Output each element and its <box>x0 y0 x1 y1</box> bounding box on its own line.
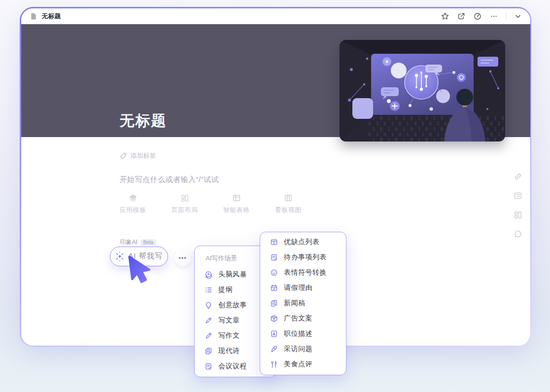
ai-writing-menu-more: 优缺点列表 待办事项列表 表情符号转换 请假理由 新闻稿 <box>260 232 346 375</box>
menu-item-leave-excuse[interactable]: 请假理由 <box>260 280 346 295</box>
share-icon[interactable] <box>457 12 466 21</box>
doc-a-icon <box>270 330 278 338</box>
ai-write-label: AI 帮我写 <box>128 251 162 261</box>
microphone-icon <box>270 345 278 353</box>
header-illustration: 1 0 1 0 1 0 1 0 1 0 1 0 1 0 1 0 1 0 1 0 … <box>340 40 505 142</box>
kanban-icon <box>284 194 293 203</box>
bubble-right <box>478 57 498 67</box>
collapse-icon[interactable] <box>514 12 522 21</box>
calendar-icon <box>270 284 278 292</box>
smiley-icon <box>270 269 278 277</box>
template-layout-button[interactable]: 页面布局 <box>165 194 205 214</box>
ai-brand-row: 印象AI Beta <box>120 238 157 247</box>
note-title[interactable]: 无标题 <box>120 111 167 131</box>
template-kanban-button[interactable]: 看板视图 <box>269 194 308 214</box>
editor-placeholder[interactable]: 开始写点什么或者输入“/”试试 <box>120 175 219 184</box>
doc-pen-icon <box>270 253 278 261</box>
list-icon <box>205 286 212 294</box>
menu-item-todo-list[interactable]: 待办事项列表 <box>260 249 346 265</box>
template-apply-button[interactable]: 应用模板 <box>113 194 153 214</box>
menu-item-pros-cons[interactable]: 优缺点列表 <box>260 234 346 249</box>
ai-more-button[interactable]: ••• <box>174 249 191 266</box>
ai-write-button[interactable]: AI 帮我写 <box>110 247 168 266</box>
menu-item-ad-copy[interactable]: 广告文案 <box>260 311 346 326</box>
bulb-icon <box>205 301 212 309</box>
binary-row: 1 0 1 0 1 0 1 0 1 0 1 0 1 0 1 0 1 0 1 0 … <box>372 126 505 132</box>
pen-icon <box>205 317 212 324</box>
template-table-button[interactable]: 智能表格 <box>217 194 256 214</box>
star-icon[interactable] <box>441 12 449 21</box>
copy-docs-icon <box>270 299 278 307</box>
menu-item-emoji-convert[interactable]: 表情符号转换 <box>260 265 346 280</box>
pen-icon <box>205 332 212 340</box>
tag-icon <box>119 152 127 160</box>
copy-docs-icon <box>205 347 212 355</box>
binary-row: 0 1 0 1 0 1 0 1 0 1 0 1 0 1 0 1 0 1 0 1 … <box>368 121 505 126</box>
brainstorm-icon <box>205 271 212 279</box>
history-icon[interactable] <box>473 12 482 21</box>
ai-brand-label: 印象AI <box>120 238 138 247</box>
pros-cons-icon <box>270 238 278 246</box>
canvas: 无标题 <box>0 0 550 392</box>
topbar-divider <box>506 12 506 20</box>
more-icon[interactable] <box>489 12 498 21</box>
menu-item-press-release[interactable]: 新闻稿 <box>260 295 346 311</box>
menu-item-food-review[interactable]: 美食点评 <box>260 356 346 372</box>
card-icon[interactable] <box>514 191 522 200</box>
add-tag-label: 添加标签 <box>131 151 156 160</box>
add-tag-button[interactable]: 添加标签 <box>119 151 156 160</box>
blocks-icon[interactable] <box>514 211 522 219</box>
menu-item-job-description[interactable]: 职位描述 <box>260 326 346 341</box>
side-toolbar <box>514 172 522 239</box>
utensils-icon <box>270 360 278 368</box>
comment-icon[interactable] <box>514 230 522 239</box>
link-icon[interactable] <box>514 172 522 181</box>
doc-pen-icon <box>205 362 212 370</box>
table-icon <box>232 194 241 203</box>
window-title: 无标题 <box>42 12 61 21</box>
layout-icon <box>180 194 189 203</box>
menu-item-interview-questions[interactable]: 采访问题 <box>260 341 346 356</box>
layers-icon <box>129 194 138 203</box>
template-label: 智能表格 <box>223 206 250 214</box>
sparkle-icon <box>115 251 125 261</box>
template-label: 页面布局 <box>172 206 198 214</box>
binary-row: 1 0 1 0 1 0 1 0 1 0 1 0 1 0 1 0 1 0 1 0 … <box>372 115 505 121</box>
ai-beta-badge: Beta <box>140 239 157 246</box>
window-topbar: 无标题 <box>21 8 530 24</box>
document-icon <box>29 12 38 21</box>
template-label: 看板视图 <box>275 206 302 214</box>
template-label: 应用模板 <box>120 206 146 214</box>
package-icon <box>270 315 278 322</box>
